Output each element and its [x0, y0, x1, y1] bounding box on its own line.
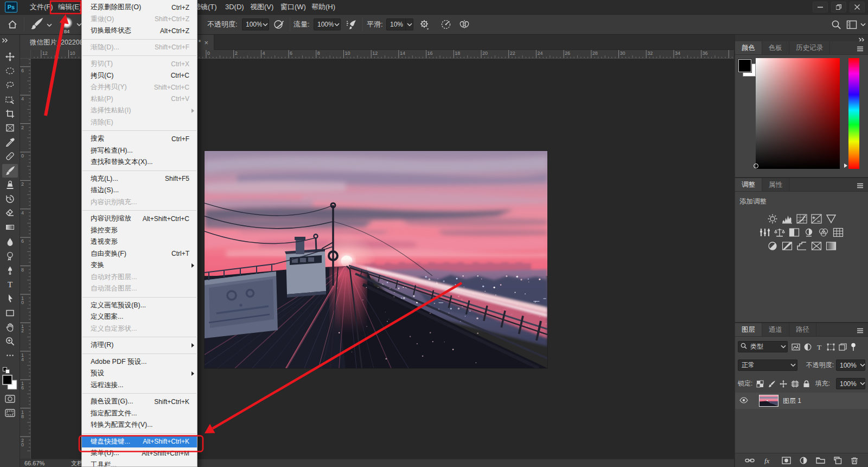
menu-item-44[interactable]: 键盘快捷键...Alt+Shift+Ctrl+K [82, 436, 197, 448]
smoothing-field[interactable]: 10% [386, 18, 413, 30]
gradient-tool[interactable] [2, 220, 18, 234]
exposure-icon[interactable] [811, 213, 822, 224]
menu-item-31[interactable]: 定义图案... [82, 311, 197, 323]
menu-item-9[interactable]: 合并拷贝(Y)Shift+Ctrl+C [82, 81, 197, 93]
hue-slider-marker[interactable] [844, 163, 847, 168]
link-layers-icon[interactable] [745, 457, 755, 464]
chevron-down-icon[interactable] [405, 18, 413, 30]
home-button[interactable] [8, 15, 17, 34]
menu-item-16[interactable]: 查找和替换文本(X)... [82, 156, 197, 168]
tab-layers-1[interactable]: 通道 [762, 323, 789, 336]
menu-item-1[interactable]: 还原删除图层(O)Ctrl+Z [82, 2, 197, 14]
menu-item-28[interactable]: 自动混合图层... [82, 283, 197, 295]
smoothing-gear-button[interactable] [419, 15, 430, 34]
move-tool[interactable] [2, 50, 18, 64]
frame-tool[interactable] [2, 121, 18, 135]
path-selection-tool[interactable] [2, 292, 18, 305]
eraser-tool[interactable] [2, 206, 18, 220]
lock-pixels-icon[interactable] [768, 380, 776, 388]
quick-mask-button[interactable] [5, 395, 15, 405]
hue-saturation-icon[interactable] [760, 227, 770, 238]
menu-item-10[interactable]: 粘贴(P)Ctrl+V [82, 93, 197, 105]
hue-slider[interactable] [848, 58, 859, 169]
expand-toolbar-chevrons[interactable] [2, 36, 8, 45]
search-button[interactable] [831, 15, 841, 34]
layer-filter-type[interactable]: 类型 [738, 341, 788, 352]
menu-item-36[interactable]: Adobe PDF 预设... [82, 356, 197, 368]
panel-menu-icon[interactable] [857, 327, 864, 335]
menu-item-25[interactable]: 自由变换(F)Ctrl+T [82, 248, 197, 260]
color-balance-icon[interactable] [774, 227, 785, 238]
menu-item-23[interactable]: 操控变形 [82, 225, 197, 237]
menu-item-26[interactable]: 变换 [82, 260, 197, 272]
history-brush-tool[interactable] [2, 192, 18, 206]
pressure-opacity-button[interactable] [273, 15, 285, 34]
photo-filter-icon[interactable] [803, 227, 814, 238]
menu-item-38[interactable]: 远程连接... [82, 380, 197, 392]
posterize-icon[interactable] [782, 241, 793, 251]
layer-style-icon[interactable]: fx [763, 457, 773, 464]
lock-artboard-icon[interactable] [791, 380, 799, 388]
menu-item-40[interactable]: 颜色设置(G)...Shift+Ctrl+K [82, 396, 197, 408]
menu-item-45[interactable]: 菜单(U)...Alt+Shift+Ctrl+M [82, 447, 197, 459]
dodge-tool[interactable] [2, 249, 18, 263]
color-lookup-icon[interactable] [833, 227, 844, 238]
menu-item-8[interactable]: 拷贝(C)Ctrl+C [82, 70, 197, 82]
tab-color-0[interactable]: 颜色 [735, 41, 762, 54]
shape-layer-filter-icon[interactable] [827, 343, 835, 351]
workspace-switcher[interactable] [846, 15, 857, 34]
shape-tool[interactable] [2, 306, 18, 320]
smart-object-filter-icon[interactable] [839, 343, 847, 351]
screen-mode-button[interactable] [5, 409, 15, 419]
menu-item-22[interactable]: 内容识别缩放Alt+Shift+Ctrl+C [82, 213, 197, 225]
layer-row[interactable]: 图层 1 [735, 393, 868, 409]
levels-icon[interactable] [782, 213, 793, 224]
chevron-down-icon[interactable] [334, 18, 340, 30]
layer-mask-icon[interactable] [782, 457, 791, 464]
menu-item-19[interactable]: 描边(S)... [82, 185, 197, 197]
brush-angle-button[interactable] [441, 15, 452, 34]
menu-item-46[interactable]: 工具栏... [82, 459, 197, 467]
brush-tool[interactable] [2, 164, 18, 178]
menu-item-34[interactable]: 清理(R) [82, 339, 197, 351]
menu-item-42[interactable]: 转换为配置文件(V)... [82, 419, 197, 431]
menubar-item-5[interactable]: 视图(V) [245, 0, 279, 14]
delete-layer-icon[interactable] [851, 457, 858, 464]
default-colors-icon[interactable] [3, 367, 10, 375]
blur-tool[interactable] [2, 235, 18, 249]
adjustment-layer-filter-icon[interactable] [804, 343, 812, 351]
channel-mixer-icon[interactable] [818, 227, 829, 238]
tab-close-icon[interactable]: × [204, 39, 208, 47]
object-selection-tool[interactable] [2, 93, 18, 106]
brush-preset-picker[interactable]: 84 [60, 15, 74, 35]
tab-adjustments-1[interactable]: 属性 [762, 178, 789, 191]
foreground-color-swatch[interactable] [738, 59, 751, 72]
brightness-contrast-icon[interactable] [767, 213, 778, 224]
menu-item-11[interactable]: 选择性粘贴(I) [82, 105, 197, 117]
menu-item-41[interactable]: 指定配置文件... [82, 408, 197, 420]
panel-menu-icon[interactable] [857, 182, 864, 190]
menu-item-12[interactable]: 清除(E) [82, 117, 197, 129]
curves-icon[interactable] [796, 213, 807, 224]
healing-brush-tool[interactable] [2, 149, 18, 163]
menu-item-14[interactable]: 搜索Ctrl+F [82, 133, 197, 145]
filter-toggle-icon[interactable] [851, 343, 856, 351]
color-field-marker[interactable] [754, 163, 758, 168]
menu-item-20[interactable]: 内容识别填充... [82, 197, 197, 209]
layer-fill-field[interactable]: 100% [836, 378, 865, 389]
menu-item-2[interactable]: 重做(O)Shift+Ctrl+Z [82, 14, 197, 26]
gradient-map-icon[interactable] [811, 241, 822, 251]
close-button[interactable] [850, 2, 865, 12]
selective-color-icon[interactable] [826, 241, 837, 251]
chevron-down-icon[interactable] [262, 18, 269, 30]
tab-adjustments-0[interactable]: 调整 [735, 178, 762, 191]
lock-all-icon[interactable] [803, 380, 810, 388]
zoom-tool[interactable] [2, 335, 18, 348]
menu-item-7[interactable]: 剪切(T)Ctrl+X [82, 58, 197, 70]
clone-stamp-tool[interactable] [2, 178, 18, 192]
menu-item-15[interactable]: 拼写检查(H)... [82, 145, 197, 157]
tab-layers-0[interactable]: 图层 [735, 323, 762, 336]
type-tool[interactable]: T [2, 277, 18, 291]
eyedropper-tool[interactable] [2, 135, 18, 149]
restore-button[interactable] [831, 2, 846, 12]
